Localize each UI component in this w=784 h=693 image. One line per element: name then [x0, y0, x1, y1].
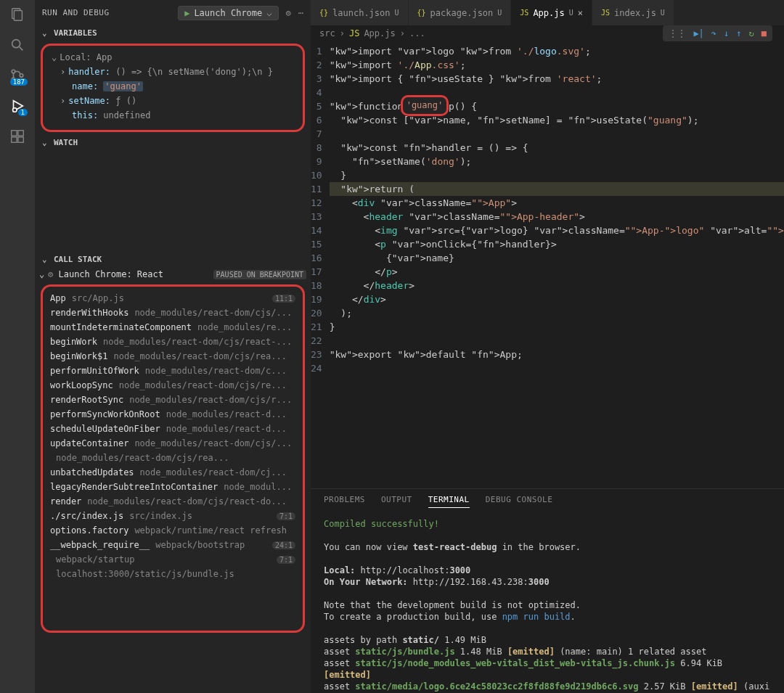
editor-tab[interactable]: {}package.json U: [409, 0, 512, 25]
code-line: [330, 127, 784, 141]
callstack-box: Appsrc/App.js11:1renderWithHooksnode_mod…: [41, 284, 305, 633]
editor-tab[interactable]: {}launch.json U: [311, 0, 409, 25]
code-line: <img "var">src={"var">logo} "var">classN…: [330, 224, 784, 237]
paused-badge: PAUSED ON BREAKPOINT: [213, 270, 306, 279]
code-line: "kw">const ["var">name, "fn">setName] = …: [330, 113, 784, 127]
callstack-frame[interactable]: renderRootSyncnode_modules/react-dom/cjs…: [47, 393, 298, 407]
panel-tab[interactable]: TERMINAL: [428, 495, 470, 508]
continue-icon[interactable]: ▶|: [693, 28, 703, 38]
code-editor[interactable]: 123456789101112131415161718192021222324 …: [311, 41, 784, 488]
panel-tab[interactable]: PROBLEMS: [324, 495, 365, 508]
svg-rect-10: [12, 137, 17, 142]
callstack-frame[interactable]: workLoopSyncnode_modules/react-dom/cjs/r…: [47, 378, 298, 393]
debug-session-row[interactable]: ⌄ ⚙ Launch Chrome: React PAUSED ON BREAK…: [35, 267, 311, 282]
svg-line-3: [20, 47, 23, 51]
code-line: "kw">import "var">logo "kw">from './logo…: [330, 44, 784, 58]
terminal-output[interactable]: Compiled successfully! You can now view …: [311, 514, 784, 693]
code-line: "fn">setName('dong');: [330, 155, 784, 168]
breadcrumbs[interactable]: src› JSApp.js› ... ⋮⋮ ▶| ↷ ↓ ↑ ↻ ■: [311, 25, 784, 41]
code-line: </header>: [330, 279, 784, 292]
callstack-frame[interactable]: beginWorknode_modules/react-dom/cjs/reac…: [47, 335, 298, 349]
code-line: }: [330, 320, 784, 334]
scm-badge: 187: [10, 78, 28, 86]
code-line: <header "var">className="">App-header">: [330, 210, 784, 224]
launch-config-select[interactable]: ▶ Launch Chrome ⌵: [178, 6, 278, 20]
callstack-frame[interactable]: rendernode_modules/react-dom/cjs/react-d…: [47, 494, 298, 509]
search-icon[interactable]: [9, 36, 26, 54]
code-line: <p "var">onClick={"fn">handler}>: [330, 237, 784, 251]
callstack-frame[interactable]: options.factorywebpack/runtime/react ref…: [47, 523, 298, 538]
code-line: [330, 361, 784, 375]
code-line: }: [330, 168, 784, 182]
callstack-frame[interactable]: ./src/index.jssrc/index.js7:1: [47, 509, 298, 523]
play-icon: ▶: [184, 8, 189, 18]
code-line: "kw">import { "fn">useState } "kw">from …: [330, 72, 784, 86]
callstack-frame[interactable]: node_modules/react-dom/cjs/rea...: [47, 451, 298, 465]
explorer-icon[interactable]: [9, 6, 26, 23]
callstack-header[interactable]: ⌄CALL STACK: [35, 252, 311, 267]
chevron-down-icon: ⌵: [266, 8, 271, 18]
callstack-frame[interactable]: updateContainernode_modules/react-dom/cj…: [47, 436, 298, 451]
editor-area: {}launch.json U{}package.json UJSApp.js …: [311, 0, 784, 693]
debug-hover-tooltip: 'guang': [401, 95, 449, 116]
code-line: [330, 86, 784, 99]
code-line: );: [330, 306, 784, 320]
step-out-icon[interactable]: ↑: [736, 28, 741, 38]
callstack-frame[interactable]: performUnitOfWorknode_modules/react-dom/…: [47, 364, 298, 378]
code-line: </div>: [330, 292, 784, 306]
stop-icon[interactable]: ■: [761, 28, 767, 38]
activity-bar: 187 1: [0, 0, 35, 693]
svg-point-8: [13, 108, 17, 112]
editor-tab[interactable]: JSindex.js U: [592, 0, 674, 25]
svg-rect-9: [12, 131, 17, 136]
code-line: "kw">function "fn">App() {: [330, 99, 784, 113]
svg-point-4: [12, 70, 15, 73]
code-line: "kw">import './App.css';: [330, 58, 784, 72]
bottom-panel: PROBLEMSOUTPUTTERMINALDEBUG CONSOLE Comp…: [311, 488, 784, 693]
callstack-frame[interactable]: renderWithHooksnode_modules/react-dom/cj…: [47, 306, 298, 320]
svg-point-6: [20, 74, 23, 78]
editor-tab[interactable]: JSApp.js U ×: [511, 0, 592, 25]
gear-icon[interactable]: ⚙: [286, 8, 291, 18]
svg-rect-1: [14, 11, 22, 21]
panel-title: RUN AND DEBUG: [42, 8, 110, 17]
code-line: {"var">name}: [330, 251, 784, 265]
step-into-icon[interactable]: ↓: [724, 28, 729, 38]
editor-tabs: {}launch.json U{}package.json UJSApp.js …: [311, 0, 784, 25]
drag-handle-icon[interactable]: ⋮⋮: [669, 28, 686, 38]
callstack-frame[interactable]: mountIndeterminateComponentnode_modules/…: [47, 320, 298, 335]
variables-box: ⌄Local: App ›handler: () => {\n setName(…: [41, 44, 305, 132]
step-over-icon[interactable]: ↷: [711, 28, 716, 38]
debug-badge: 1: [18, 109, 28, 116]
code-line: "kw">const "fn">handler = () => {: [330, 141, 784, 155]
code-line: "kw">export "kw">default "fn">App;: [330, 348, 784, 361]
watch-header[interactable]: ⌄WATCH: [35, 135, 311, 150]
more-icon[interactable]: ⋯: [298, 8, 303, 18]
callstack-frame[interactable]: localhost:3000/static/js/bundle.js: [47, 567, 298, 581]
callstack-frame[interactable]: __webpack_require__webpack/bootstrap24:1: [47, 538, 298, 552]
svg-rect-12: [18, 131, 23, 136]
variables-header[interactable]: ⌄VARIABLES: [35, 25, 311, 41]
callstack-frame[interactable]: scheduleUpdateOnFibernode_modules/react-…: [47, 422, 298, 436]
panel-tab[interactable]: DEBUG CONSOLE: [486, 495, 553, 508]
debug-toolbar: ⋮⋮ ▶| ↷ ↓ ↑ ↻ ■: [663, 25, 772, 41]
debug-icon[interactable]: 1: [9, 97, 26, 115]
callstack-frame[interactable]: Appsrc/App.js11:1: [47, 291, 298, 306]
code-line: "kw">return (: [330, 182, 784, 196]
restart-icon[interactable]: ↻: [749, 28, 754, 38]
callstack-frame[interactable]: performSyncWorkOnRootnode_modules/react-…: [47, 407, 298, 422]
callstack-frame[interactable]: webpack/startup7:1: [47, 552, 298, 567]
run-debug-panel: RUN AND DEBUG ▶ Launch Chrome ⌵ ⚙ ⋯ ⌄VAR…: [35, 0, 311, 693]
extensions-icon[interactable]: [9, 128, 26, 145]
code-line: </p>: [330, 265, 784, 279]
callstack-frame[interactable]: beginWork$1node_modules/react-dom/cjs/re…: [47, 349, 298, 364]
launch-label: Launch Chrome: [194, 8, 262, 18]
scm-icon[interactable]: 187: [9, 67, 26, 84]
svg-point-2: [12, 40, 20, 48]
callstack-frame[interactable]: unbatchedUpdatesnode_modules/react-dom/c…: [47, 465, 298, 480]
panel-tab[interactable]: OUTPUT: [381, 495, 412, 508]
code-line: <div "var">className="">App">: [330, 196, 784, 210]
callstack-frame[interactable]: legacyRenderSubtreeIntoContainernode_mod…: [47, 480, 298, 494]
svg-rect-11: [18, 137, 23, 142]
close-icon[interactable]: ×: [578, 8, 583, 18]
